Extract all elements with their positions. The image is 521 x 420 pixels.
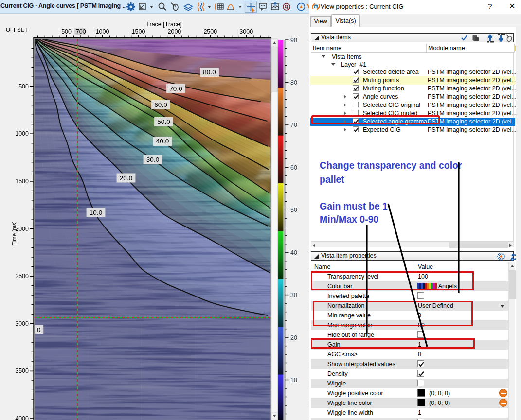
svg-text:700: 700 <box>76 28 86 35</box>
svg-text:10: 10 <box>290 377 297 384</box>
svg-text:OFFSET: OFFSET <box>6 27 28 33</box>
svg-text:2500: 2500 <box>203 28 217 35</box>
svg-text:20: 20 <box>290 334 297 341</box>
svg-text:2000: 2000 <box>167 28 181 35</box>
svg-text:2500: 2500 <box>15 273 29 280</box>
svg-text:500: 500 <box>18 83 29 90</box>
svg-text:50: 50 <box>290 207 297 213</box>
svg-text:3000: 3000 <box>239 28 253 35</box>
svg-text:2000: 2000 <box>15 226 29 232</box>
svg-text:10.0: 10.0 <box>90 209 102 216</box>
svg-text:60.0: 60.0 <box>154 101 167 108</box>
svg-text:.0: .0 <box>35 326 40 333</box>
svg-text:1000: 1000 <box>96 28 109 35</box>
svg-text:1500: 1500 <box>132 28 145 35</box>
svg-text:1000: 1000 <box>15 130 29 137</box>
svg-text:40.0: 40.0 <box>156 138 169 145</box>
svg-text:80.0: 80.0 <box>203 69 216 76</box>
svg-text:3000: 3000 <box>15 320 29 327</box>
svg-text:70.0: 70.0 <box>169 85 182 92</box>
svg-text:80: 80 <box>290 79 297 86</box>
svg-text:500: 500 <box>61 28 72 35</box>
svg-text:30.0: 30.0 <box>146 156 159 163</box>
svg-text:60: 60 <box>290 164 297 171</box>
svg-text:g: g <box>315 4 317 9</box>
svg-text:3500: 3500 <box>15 368 29 374</box>
svg-text:1500: 1500 <box>15 178 29 185</box>
svg-text:Trace [Trace]: Trace [Trace] <box>146 21 181 28</box>
svg-text:50.0: 50.0 <box>157 118 170 125</box>
svg-text:70: 70 <box>290 122 297 128</box>
svg-text:40: 40 <box>290 249 297 256</box>
svg-text:20.0: 20.0 <box>120 175 132 182</box>
svg-text:Time [ms]: Time [ms] <box>11 221 17 245</box>
svg-text:90: 90 <box>290 37 297 44</box>
svg-text:30: 30 <box>290 292 297 298</box>
svg-text:4000: 4000 <box>15 415 29 420</box>
